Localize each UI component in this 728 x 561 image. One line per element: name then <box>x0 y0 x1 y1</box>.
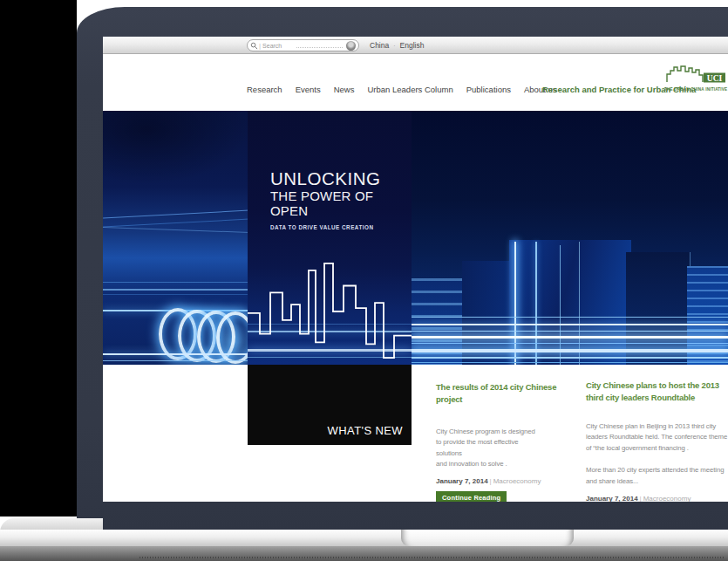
uci-skyline-icon: UCI <box>665 64 726 83</box>
nav-item-publications[interactable]: Publications <box>466 85 511 94</box>
hero-photo-right <box>412 111 728 365</box>
uci-logo-name: THE URBAN CHINA INITIATIVE <box>664 87 727 92</box>
browser-screen: | China · English Research Events News U… <box>103 37 728 502</box>
lang-link-china[interactable]: China <box>370 41 389 50</box>
city-skyline-outline-icon <box>248 260 412 363</box>
article-title[interactable]: The results of 2014 city Chinese project <box>436 381 577 407</box>
meta-separator: | <box>640 495 642 502</box>
lang-link-english[interactable]: English <box>400 41 425 50</box>
hero-photo-left <box>103 111 249 365</box>
hero-text-block: UNLOCKING THE POWER OF OPEN DATA TO DRIV… <box>270 169 412 230</box>
article-meta: January 7, 2014|Macroeconomy <box>586 495 728 502</box>
main-nav: Research Events News Urban Leaders Colum… <box>247 85 556 94</box>
laptop-lid-notch <box>401 530 574 546</box>
search-go-button[interactable] <box>346 41 356 51</box>
article-title[interactable]: City Chinese plans to host the 2013 thir… <box>586 380 728 405</box>
article-category[interactable]: Macroeconomy <box>493 477 541 485</box>
article-body: City Chinese program is designed to prov… <box>436 427 577 471</box>
laptop-left-edge <box>0 0 77 517</box>
search-bar[interactable]: | <box>247 39 359 51</box>
laptop-deck <box>0 530 728 546</box>
article-date: January 7, 2014 <box>586 495 638 502</box>
article-body: City Chinese plan in Beijing in 2013 thi… <box>586 421 728 488</box>
continue-reading-button[interactable]: Continue Reading <box>436 491 507 502</box>
whats-new-panel: WHAT'S NEW <box>248 365 412 445</box>
hero-subtitle: DATA TO DRIVE VALUE CREATION <box>270 224 412 230</box>
meta-separator: | <box>490 477 492 485</box>
search-dotted-leader <box>296 46 343 48</box>
article-category[interactable]: Macroeconomy <box>643 495 691 502</box>
news-article-1: The results of 2014 city Chinese project… <box>436 381 577 502</box>
nav-item-urban-leaders-column[interactable]: Urban Leaders Column <box>367 85 452 94</box>
whats-new-label: WHAT'S NEW <box>328 424 403 437</box>
hero-title-line2: THE POWER OF OPEN <box>270 188 412 219</box>
hero-title-line1: UNLOCKING <box>270 169 412 188</box>
hero-banner[interactable]: UNLOCKING THE POWER OF OPEN DATA TO DRIV… <box>103 111 728 365</box>
article-meta: January 7, 2014|Macroeconomy <box>436 477 577 485</box>
lang-separator: · <box>393 43 395 49</box>
laptop-front-edge <box>0 546 728 561</box>
nav-item-events[interactable]: Events <box>296 85 321 94</box>
uci-logo[interactable]: UCI THE URBAN CHINA INITIATIVE <box>664 64 727 92</box>
browser-toolbar: | China · English <box>103 37 728 54</box>
news-article-2: City Chinese plans to host the 2013 thir… <box>586 380 728 502</box>
language-switcher: China · English <box>370 37 424 54</box>
article-date: January 7, 2014 <box>436 477 488 485</box>
laptop-mockup: | China · English Research Events News U… <box>0 0 728 561</box>
nav-item-news[interactable]: News <box>334 85 355 94</box>
hero-center-panel: UNLOCKING THE POWER OF OPEN DATA TO DRIV… <box>248 111 412 365</box>
nav-item-research[interactable]: Research <box>247 85 282 94</box>
search-icon <box>250 42 258 50</box>
uci-logo-acronym: UCI <box>707 74 723 83</box>
search-input[interactable] <box>262 43 296 49</box>
search-divider: | <box>259 42 261 50</box>
